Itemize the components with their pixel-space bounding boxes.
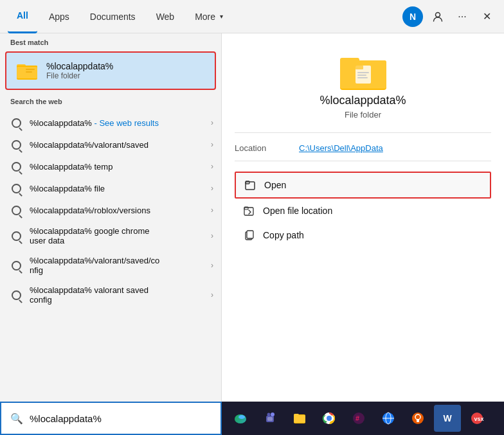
chevron-icon-4: › — [211, 206, 213, 215]
best-match-label: Best match — [0, 33, 221, 49]
avatar[interactable]: N — [402, 6, 423, 27]
taskbar-vpn[interactable] — [404, 405, 431, 432]
search-item-text-3: %localappdata% file — [30, 184, 211, 193]
chevron-icon-6: › — [211, 261, 213, 270]
search-web-label: Search the web — [0, 93, 221, 108]
search-item-3[interactable]: %localappdata% file › — [0, 177, 221, 199]
action-copy-path-label: Copy path — [263, 230, 304, 240]
chevron-icon-2: › — [211, 162, 213, 171]
svg-text:#: # — [356, 414, 359, 422]
svg-point-26 — [267, 413, 271, 416]
taskbar-earth[interactable] — [375, 405, 402, 432]
svg-rect-27 — [267, 417, 273, 421]
svg-point-32 — [327, 416, 332, 421]
tab-all[interactable]: All — [8, 0, 37, 33]
tab-more[interactable]: More ▾ — [186, 0, 232, 33]
location-path[interactable]: C:\Users\Dell\AppData — [299, 143, 383, 153]
action-open-file-location-label: Open file location — [263, 206, 332, 216]
taskbar-teams[interactable] — [256, 405, 284, 432]
chevron-down-icon: ▾ — [220, 13, 223, 20]
search-item-text-6: %localappdata%/valorant/saved/config — [30, 256, 211, 275]
svg-text:vsxdn: vsxdn — [474, 416, 485, 422]
open-icon — [244, 179, 256, 191]
search-item-2[interactable]: %localappdata% temp › — [0, 155, 221, 177]
search-icon-3 — [10, 182, 22, 194]
tab-documents[interactable]: Documents — [81, 0, 145, 33]
divider — [235, 132, 491, 133]
search-item-text-2: %localappdata% temp — [30, 162, 211, 172]
tab-apps[interactable]: Apps — [40, 0, 78, 33]
svg-rect-40 — [417, 419, 419, 422]
taskbar-extra[interactable]: vsxdn — [464, 405, 491, 432]
action-copy-path[interactable]: Copy path — [235, 223, 491, 247]
left-panel: Best match %localappdata% File folder Se… — [0, 33, 222, 402]
search-icon-4 — [10, 204, 22, 216]
svg-rect-6 — [26, 71, 32, 73]
svg-rect-16 — [246, 181, 249, 184]
svg-rect-13 — [357, 75, 366, 76]
divider-2 — [235, 161, 491, 161]
search-icon-5 — [10, 230, 22, 242]
main-layout: Best match %localappdata% File folder Se… — [0, 33, 504, 402]
search-icon-0 — [10, 117, 22, 129]
svg-rect-20 — [247, 231, 253, 238]
top-nav: All Apps Documents Web More ▾ N ··· ✕ — [0, 0, 504, 33]
best-match-subtitle: File folder — [46, 71, 113, 80]
location-row: Location C:\Users\Dell\AppData — [235, 141, 491, 161]
svg-rect-30 — [294, 415, 305, 423]
search-icon-2 — [10, 161, 22, 172]
search-item-5[interactable]: %localappdata% google chromeuser data › — [0, 221, 221, 251]
folder-large-icon — [338, 49, 389, 94]
svg-rect-5 — [26, 69, 35, 70]
bottom-search-icon: 🔍 — [10, 413, 23, 425]
result-title: %localappdata% — [320, 94, 406, 107]
search-item-text-5: %localappdata% google chromeuser data — [30, 226, 211, 245]
taskbar-chrome[interactable] — [316, 405, 343, 432]
taskbar-edge[interactable] — [227, 405, 254, 432]
bottom-search-input[interactable] — [30, 413, 212, 424]
person-icon[interactable] — [428, 7, 447, 26]
search-item-text-1: %localappdata%/valorant/saved — [30, 140, 211, 150]
taskbar-slack[interactable]: # — [345, 405, 372, 432]
chevron-icon-7: › — [211, 290, 213, 299]
search-item-text-7: %localappdata% valorant savedconfig — [30, 285, 211, 305]
location-label: Location — [235, 143, 299, 153]
svg-point-25 — [271, 413, 274, 416]
taskbar: # W vsxdn — [222, 402, 504, 435]
taskbar-word[interactable]: W — [434, 405, 461, 432]
copy-path-icon — [242, 229, 255, 242]
right-panel: %localappdata% File folder Location C:\U… — [222, 33, 504, 402]
svg-rect-11 — [356, 66, 363, 69]
svg-point-23 — [239, 415, 245, 419]
action-open-file-location[interactable]: Open file location — [235, 199, 491, 223]
actions-list: Open Open file location Copy path — [235, 172, 491, 247]
action-open[interactable]: Open — [235, 172, 491, 199]
search-item-text-4: %localappdata%/roblox/versions — [30, 206, 211, 215]
action-open-label: Open — [264, 180, 286, 190]
open-file-location-icon — [242, 204, 255, 217]
bottom-search-bar: 🔍 — [0, 402, 222, 435]
tab-web[interactable]: Web — [147, 0, 184, 33]
search-item-0[interactable]: %localappdata% - See web results › — [0, 112, 221, 134]
chevron-icon-5: › — [211, 231, 213, 240]
search-item-1[interactable]: %localappdata%/valorant/saved › — [0, 134, 221, 155]
svg-rect-14 — [357, 77, 368, 78]
search-icon-1 — [10, 139, 22, 150]
search-item-7[interactable]: %localappdata% valorant savedconfig › — [0, 280, 221, 310]
ellipsis-icon[interactable]: ··· — [453, 7, 472, 26]
search-item-6[interactable]: %localappdata%/valorant/saved/config › — [0, 251, 221, 280]
search-icon-6 — [10, 260, 22, 271]
close-icon[interactable]: ✕ — [477, 7, 496, 26]
chevron-icon-1: › — [211, 140, 213, 149]
chevron-icon-3: › — [211, 184, 213, 193]
svg-rect-12 — [357, 72, 369, 73]
best-match-item[interactable]: %localappdata% File folder — [5, 51, 216, 90]
result-subtitle: File folder — [345, 110, 381, 120]
svg-point-0 — [436, 12, 440, 17]
svg-rect-15 — [246, 182, 255, 190]
taskbar-explorer[interactable] — [286, 405, 313, 432]
best-match-text: %localappdata% File folder — [46, 61, 113, 80]
folder-icon — [15, 59, 39, 82]
search-item-text-0: %localappdata% — [30, 118, 92, 128]
search-item-4[interactable]: %localappdata%/roblox/versions › — [0, 199, 221, 221]
